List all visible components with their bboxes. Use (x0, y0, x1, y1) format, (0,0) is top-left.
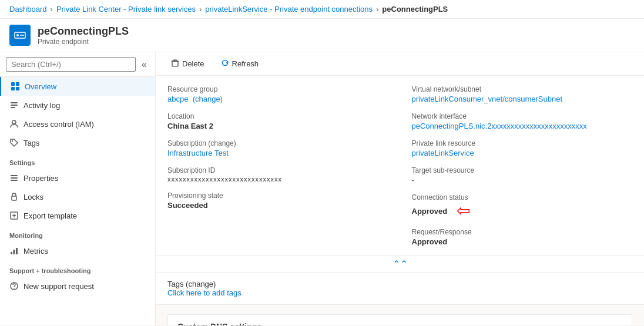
sidebar-collapse-button[interactable]: « (139, 58, 149, 71)
location-item: Location China East 2 (167, 112, 388, 130)
svg-rect-15 (12, 196, 16, 200)
nic-link[interactable]: peConnectingPLS.nic.2xxxxxxxxxxxxxxxxxxx… (412, 122, 587, 130)
details-grid: Resource group abcpe (change) Location C… (167, 85, 632, 246)
request-label: Request/Response (412, 228, 633, 236)
svg-rect-17 (11, 252, 12, 254)
provisioning-label: Provisioning state (167, 191, 388, 200)
svg-rect-8 (11, 105, 18, 106)
plr-value: privateLinkService (412, 149, 633, 157)
breadcrumb-sep-3: › (376, 5, 378, 14)
sidebar-item-metrics[interactable]: Metrics (0, 241, 155, 260)
vnet-label: Virtual network/subnet (412, 85, 633, 93)
vnet-item: Virtual network/subnet privateLinkConsum… (412, 85, 633, 103)
breadcrumb-sep-1: › (51, 5, 53, 14)
plr-item: Private link resource privateLinkService (412, 139, 633, 157)
sidebar-item-activity-log[interactable]: Activity log (0, 96, 155, 115)
connection-status-row: Approved ⇦ (412, 203, 633, 219)
resource-group-link[interactable]: abcpe (167, 95, 188, 103)
delete-label: Delete (182, 59, 204, 68)
target-value: - (412, 176, 633, 184)
vnet-link[interactable]: privateLinkConsumer_vnet/consumerSubnet (412, 95, 563, 103)
page-subtitle: Private endpoint (38, 38, 129, 46)
metrics-icon (9, 246, 19, 256)
svg-rect-6 (16, 87, 19, 90)
page-header-text: peConnectingPLS Private endpoint (38, 25, 129, 46)
location-label: Location (167, 112, 388, 120)
page-title: peConnectingPLS (38, 25, 129, 38)
svg-rect-9 (11, 107, 15, 108)
target-item: Target sub-resource - (412, 166, 633, 184)
properties-icon (9, 173, 19, 183)
subscription-label: Subscription (change) (167, 139, 388, 147)
svg-rect-5 (11, 87, 15, 90)
resource-group-value: abcpe (change) (167, 95, 388, 103)
svg-rect-18 (14, 250, 15, 254)
overview-icon (11, 82, 20, 91)
tags-icon (9, 138, 19, 147)
resource-group-change[interactable]: (change) (193, 95, 223, 103)
collapse-row[interactable]: ⌃⌃ (156, 256, 644, 273)
subscription-link[interactable]: Infrastructure Test (167, 149, 229, 157)
nic-value: peConnectingPLS.nic.2xxxxxxxxxxxxxxxxxxx… (412, 122, 633, 130)
sidebar-item-properties-label: Properties (24, 174, 58, 183)
breadcrumb-sep-2: › (199, 5, 202, 14)
settings-section-label: Settings (0, 152, 155, 169)
connection-status-item: Connection status Approved ⇦ (412, 193, 633, 219)
svg-rect-12 (11, 175, 18, 176)
breadcrumb-private-link[interactable]: Private Link Center - Private link servi… (56, 5, 196, 14)
search-input[interactable] (6, 57, 136, 72)
plr-link[interactable]: privateLinkService (412, 149, 474, 157)
delete-button[interactable]: Delete (165, 56, 210, 72)
sidebar-item-support[interactable]: New support request (0, 277, 155, 295)
subscription-value: Infrastructure Test (167, 149, 388, 157)
sidebar-item-export-template[interactable]: Export template (0, 206, 155, 225)
subscription-id-label: Subscription ID (167, 166, 388, 174)
tags-label: Tags (167, 280, 183, 288)
sidebar-item-support-label: New support request (24, 282, 94, 291)
breadcrumb-dashboard[interactable]: Dashboard (9, 5, 47, 14)
svg-rect-14 (11, 180, 18, 181)
approved-arrow: ⇦ (457, 203, 470, 219)
tags-change-link[interactable]: change (188, 280, 213, 288)
subscription-item: Subscription (change) Infrastructure Tes… (167, 139, 388, 157)
sidebar-item-locks-label: Locks (24, 193, 43, 201)
svg-rect-13 (11, 177, 18, 179)
svg-point-1 (16, 34, 19, 36)
sidebar-item-tags-label: Tags (24, 139, 39, 147)
search-box: « (0, 52, 155, 77)
export-template-icon (9, 211, 19, 220)
sidebar-item-properties[interactable]: Properties (0, 169, 155, 187)
svg-rect-22 (172, 61, 178, 66)
sidebar-item-overview[interactable]: Overview (0, 77, 155, 96)
breadcrumb-connections[interactable]: privateLinkService - Private endpoint co… (205, 5, 373, 14)
plr-label: Private link resource (412, 139, 633, 147)
location-value: China East 2 (167, 122, 388, 130)
tags-add-link[interactable]: Click here to add tags (167, 288, 242, 297)
svg-point-11 (12, 140, 13, 142)
subscription-id-item: Subscription ID xxxxxxxxxxxxxxxxxxxxxxxx… (167, 166, 388, 183)
sidebar-item-iam[interactable]: Access control (IAM) (0, 115, 155, 133)
sidebar-item-metrics-label: Metrics (24, 247, 48, 256)
nic-item: Network interface peConnectingPLS.nic.2x… (412, 112, 633, 130)
breadcrumb-current: peConnectingPLS (382, 5, 448, 14)
collapse-icon: ⌃⌃ (393, 258, 408, 270)
request-item: Request/Response Approved (412, 228, 633, 246)
svg-rect-3 (11, 82, 15, 86)
iam-icon (9, 119, 19, 129)
resource-group-label: Resource group (167, 85, 388, 93)
svg-rect-19 (16, 248, 18, 254)
sidebar-item-tags[interactable]: Tags (0, 133, 155, 152)
svg-point-21 (14, 288, 15, 289)
vnet-value: privateLinkConsumer_vnet/consumerSubnet (412, 95, 633, 103)
svg-rect-4 (16, 82, 19, 86)
detail-right-column: Virtual network/subnet privateLinkConsum… (412, 85, 633, 246)
target-label: Target sub-resource (412, 166, 633, 174)
provisioning-item: Provisioning state Succeeded (167, 191, 388, 210)
toolbar: Delete Refresh (156, 52, 644, 76)
page-header: peConnectingPLS Private endpoint (0, 19, 644, 52)
refresh-button[interactable]: Refresh (215, 56, 265, 72)
subscription-id-value: xxxxxxxxxxxxxxxxxxxxxxxxxxxxxx (167, 176, 388, 183)
sidebar-item-locks[interactable]: Locks (0, 187, 155, 206)
connection-status-value: Approved (412, 207, 448, 216)
sidebar-nav: Overview Activity log (0, 77, 155, 325)
